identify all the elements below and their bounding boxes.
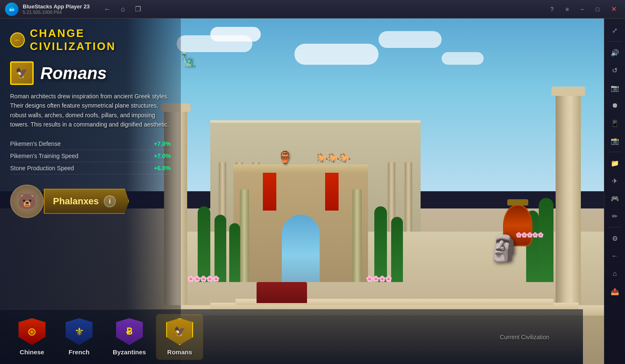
close-button[interactable]: ✕ — [608, 3, 620, 15]
stat-label-3: Stone Production Speed — [10, 165, 74, 171]
sidebar-back-icon[interactable]: ← — [607, 248, 622, 264]
sidebar-gamepad-icon[interactable]: 🎮 — [607, 191, 622, 206]
sidebar-rotate-icon[interactable]: ↺ — [607, 63, 622, 78]
civ-shield-chinese: ⊛ — [19, 318, 45, 345]
sidebar-divider-3 — [609, 227, 621, 227]
sidebar-expand-icon[interactable]: ⤢ — [607, 23, 622, 38]
cloud-4 — [379, 31, 442, 48]
civ-romans-label: Romans — [167, 348, 192, 356]
gate-col-1 — [240, 190, 249, 282]
back-button[interactable]: ← — [10, 32, 25, 47]
right-column-main — [556, 87, 581, 305]
stat-value-3: +6.0% — [154, 165, 171, 171]
civ-shield-french: ⚜ — [66, 318, 93, 345]
cloud-5 — [442, 52, 484, 65]
civ-french-label: French — [69, 348, 90, 356]
unit-info-button[interactable]: i — [104, 195, 116, 207]
sidebar-device-icon[interactable]: 📱 — [607, 116, 622, 131]
gate-main — [233, 164, 368, 282]
sidebar-divider-2 — [609, 152, 621, 152]
flowers-right: 🌸🌸🌸🌸🌸 — [516, 232, 543, 238]
page-header: ← CHANGE CIVILIZATION — [10, 27, 171, 53]
back-nav-button[interactable]: ← — [102, 4, 112, 15]
sidebar-folder-icon[interactable]: 📁 — [607, 156, 622, 171]
bottom-civ-bar: ⊛ Chinese ⚜ French Ƀ Byzantines — [0, 309, 583, 364]
stat-row-3: Stone Production Speed +6.0% — [10, 162, 171, 174]
sidebar-home-icon[interactable]: ⌂ — [607, 266, 622, 281]
tree-4 — [374, 206, 387, 282]
title-bar-controls: ? ≡ − □ ✕ — [547, 3, 620, 15]
stat-row-2: Pikemen's Training Speed +7.0% — [10, 150, 171, 162]
sidebar-settings-icon[interactable]: ⚙ — [607, 231, 622, 246]
tree-3 — [229, 223, 240, 282]
special-unit-button[interactable]: Phalanxes i — [44, 189, 129, 214]
app-name: BlueStacks App Player 23 — [23, 3, 90, 10]
main-container: 🏺 🗿 🌸🌸🌸🌸🌸 🌸🌸🌸🌸 🌸🌸🌸🌸🌸 🐎🐎🐎 🗽 — [0, 18, 625, 364]
svg-text:BS: BS — [9, 8, 14, 12]
app-version: 5.21.505.1008 P64 — [23, 10, 90, 15]
tree-1 — [198, 206, 210, 282]
sidebar-share-icon[interactable]: 📤 — [607, 284, 622, 299]
civ-emblem: 🦅 — [10, 61, 34, 85]
stat-value-1: +7.0% — [154, 140, 171, 147]
stat-label-2: Pikemen's Training Speed — [10, 153, 78, 159]
menu-button[interactable]: ≡ — [562, 4, 572, 14]
civ-name: Romans — [40, 64, 107, 83]
sidebar-camera-icon[interactable]: 📸 — [607, 133, 622, 148]
romans-emblem: 🦅 — [174, 326, 185, 337]
civ-option-romans[interactable]: 🦅 Romans — [156, 314, 203, 360]
copy-nav-button[interactable]: ❐ — [133, 3, 143, 15]
bluestacks-logo: BS — [5, 3, 19, 16]
right-banner — [325, 173, 339, 211]
sidebar-edit-icon[interactable]: ✏ — [607, 208, 622, 224]
home-nav-button[interactable]: ⌂ — [119, 4, 127, 15]
civ-shield-byzantines: Ƀ — [116, 318, 143, 345]
roman-statue-right: 🗿 — [488, 233, 520, 263]
tree-5 — [391, 217, 403, 282]
french-emblem: ⚜ — [74, 325, 84, 338]
back-icon: ← — [14, 36, 21, 45]
sidebar-record-icon[interactable]: ⏺ — [607, 98, 622, 113]
sidebar-airplane-icon[interactable]: ✈ — [607, 173, 622, 188]
special-unit-section: 🐻 Phalanxes i — [10, 185, 171, 218]
tree-2 — [215, 215, 226, 282]
help-button[interactable]: ? — [547, 4, 557, 14]
chinese-emblem: ⊛ — [27, 325, 37, 338]
gate-arch-opening — [282, 215, 320, 282]
sidebar-screenshot-icon[interactable]: 📷 — [607, 80, 622, 95]
tree-right-1 — [539, 198, 553, 282]
civ-option-byzantines[interactable]: Ƀ Byzantines — [103, 314, 156, 360]
title-bar: BS BlueStacks App Player 23 5.21.505.100… — [0, 0, 625, 18]
title-bar-nav: ← ⌂ ❐ — [102, 3, 143, 15]
resize-button[interactable]: □ — [593, 4, 603, 14]
stat-row-1: Pikemen's Defense +7.0% — [10, 138, 171, 150]
sidebar-volume-icon[interactable]: 🔊 — [607, 45, 622, 60]
civ-option-french[interactable]: ⚜ French — [56, 314, 103, 360]
minimize-button[interactable]: − — [577, 4, 587, 14]
sidebar-divider-1 — [609, 41, 621, 42]
info-icon: i — [109, 198, 111, 205]
civ-emblem-icon: 🦅 — [16, 67, 28, 79]
horse-statue: 🐎🐎🐎 — [252, 145, 415, 171]
left-banner — [263, 173, 276, 211]
col-capital-right — [551, 87, 585, 96]
cloud-2 — [210, 27, 261, 42]
stat-label-1: Pikemen's Defense — [10, 140, 61, 147]
urn-top — [507, 199, 528, 206]
title-bar-left: BS BlueStacks App Player 23 5.21.505.100… — [5, 3, 143, 16]
unit-name: Phalanxes — [53, 196, 99, 207]
civ-byzantines-label: Byzantines — [113, 348, 146, 356]
right-sidebar: ⤢ 🔊 ↺ 📷 ⏺ 📱 📸 📁 ✈ 🎮 ✏ ⚙ ← ⌂ 📤 — [604, 18, 625, 364]
civ-header: 🦅 Romans — [10, 61, 171, 85]
page-title: CHANGE CIVILIZATION — [30, 27, 171, 53]
civ-option-chinese[interactable]: ⊛ Chinese — [8, 314, 56, 360]
unit-icon: 🐻 — [10, 185, 44, 218]
byzantines-emblem: Ƀ — [126, 326, 132, 337]
cloud-3 — [294, 44, 379, 65]
stats-section: Pikemen's Defense +7.0% Pikemen's Traini… — [10, 138, 171, 174]
bg-statue-left: 🗽 — [181, 52, 196, 67]
flowers-mid: 🌸🌸🌸🌸 — [366, 275, 391, 282]
civ-description: Roman architects drew inspiration from a… — [10, 92, 171, 129]
red-carpet — [257, 282, 307, 303]
gate-col-2 — [352, 190, 362, 282]
